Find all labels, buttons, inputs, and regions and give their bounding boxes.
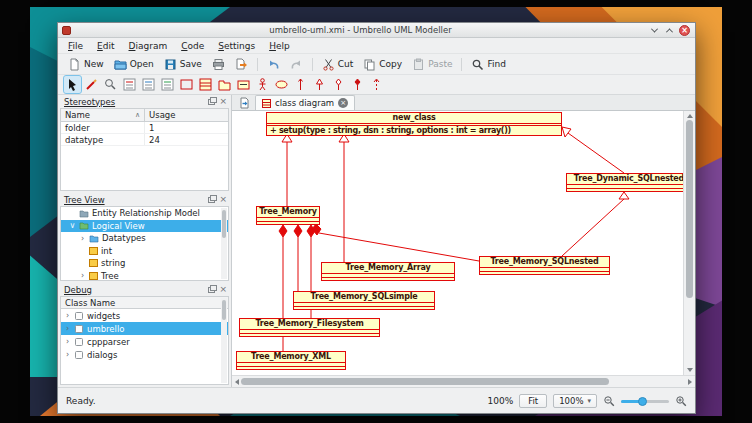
debug-dock-header[interactable]: Debug × [58, 283, 231, 296]
tool-composition[interactable] [349, 76, 366, 93]
save-button[interactable]: Save [159, 56, 207, 73]
tree-view-dock-header[interactable]: Tree View × [58, 193, 231, 206]
redo-button[interactable] [285, 56, 308, 73]
column-header-class-name[interactable]: Class Name [61, 297, 228, 309]
minimize-button[interactable] [648, 24, 661, 37]
tree-item-int[interactable]: int [61, 245, 228, 258]
uml-class-tree-memory-array[interactable]: Tree_Memory_Array [321, 262, 455, 281]
uml-class-tree-memory-sqlsimple[interactable]: Tree_Memory_SQLsimple [293, 291, 435, 310]
tool-usecase[interactable] [273, 76, 290, 93]
debug-item-umbrello[interactable]: › umbrello [61, 322, 228, 335]
menu-diagram[interactable]: Diagram [122, 39, 175, 53]
checkbox[interactable] [75, 351, 83, 359]
expander-closed-icon[interactable]: › [79, 234, 86, 243]
scroll-right-icon[interactable] [688, 379, 692, 385]
undo-button[interactable] [262, 56, 285, 73]
debug-item-widgets[interactable]: › widgets [61, 309, 228, 322]
expander-closed-icon[interactable]: › [64, 324, 71, 333]
uml-class-tree-memory-filesystem[interactable]: Tree_Memory_Filesystem [239, 318, 380, 337]
find-button[interactable]: Find [466, 56, 510, 73]
close-dock-icon[interactable]: × [219, 97, 227, 106]
uml-class-tree-dynamic-sqlnested[interactable]: Tree_Dynamic_SQLnested [566, 173, 683, 192]
tree-item-logical-view[interactable]: ∨ Logical View [61, 220, 228, 233]
tool-pen[interactable] [83, 76, 100, 93]
tool-dependency[interactable] [368, 76, 385, 93]
tool-generalization[interactable] [311, 76, 328, 93]
tree-item-string[interactable]: string [61, 257, 228, 270]
vertical-scrollbar[interactable] [683, 111, 695, 375]
zoom-in-icon[interactable] [675, 395, 687, 407]
paste-button[interactable]: Paste [407, 56, 457, 73]
scrollbar-thumb[interactable] [222, 210, 226, 238]
menu-file[interactable]: File [61, 39, 90, 53]
float-dock-icon[interactable] [208, 287, 215, 293]
tree-item-tree[interactable]: › Tree [61, 270, 228, 282]
debug-item-dialogs[interactable]: › dialogs [61, 348, 228, 361]
column-header-usage[interactable]: Usage [145, 109, 228, 121]
checkbox[interactable] [75, 338, 83, 346]
horizontal-scrollbar[interactable] [232, 375, 695, 387]
tool-box[interactable] [178, 76, 195, 93]
tree-scrollbar[interactable] [221, 208, 227, 279]
open-button[interactable]: Open [109, 56, 159, 73]
uml-class-tree-memory-sqlnested[interactable]: Tree_Memory_SQLnested [479, 256, 610, 275]
expander-open-icon[interactable]: ∨ [69, 221, 76, 230]
scroll-down-icon[interactable] [687, 368, 693, 372]
expander-closed-icon[interactable]: › [64, 311, 71, 320]
diagram-nav-button[interactable] [235, 96, 253, 110]
expander-closed-icon[interactable]: › [64, 350, 71, 359]
table-row[interactable]: folder 1 [61, 122, 228, 134]
zoom-slider[interactable] [621, 395, 669, 407]
tool-enum-list[interactable] [140, 76, 157, 93]
scrollbar-thumb[interactable] [686, 120, 693, 298]
stereotypes-dock-header[interactable]: Stereotypes × [58, 95, 231, 108]
tool-association[interactable] [292, 76, 309, 93]
tool-entity-list[interactable] [159, 76, 176, 93]
checkbox[interactable] [75, 325, 83, 333]
print-button[interactable] [207, 56, 230, 73]
tool-object[interactable] [235, 76, 252, 93]
diagram-canvas[interactable]: new_class + setup(type : string, dsn : s… [232, 111, 683, 375]
close-dock-icon[interactable]: × [219, 285, 227, 294]
menu-settings[interactable]: Settings [211, 39, 262, 53]
scrollbar-thumb[interactable] [241, 378, 609, 385]
new-button[interactable]: New [63, 56, 109, 73]
scroll-left-icon[interactable] [235, 379, 239, 385]
zoom-combo[interactable]: 100% ▾ [553, 394, 597, 408]
tool-pointer[interactable] [64, 76, 81, 93]
checkbox[interactable] [75, 312, 83, 320]
close-dock-icon[interactable]: × [219, 195, 227, 204]
slider-handle[interactable] [638, 397, 647, 406]
debug-scrollbar[interactable] [221, 298, 227, 383]
tool-actor[interactable] [254, 76, 271, 93]
tool-datatype-list[interactable] [121, 76, 138, 93]
table-row[interactable]: datatype 24 [61, 134, 228, 146]
uml-class-tree-memory-xml[interactable]: Tree_Memory_XML [236, 351, 346, 370]
scrollbar-thumb[interactable] [222, 300, 226, 320]
tool-package[interactable] [216, 76, 233, 93]
close-button[interactable]: × [678, 24, 691, 37]
menu-edit[interactable]: Edit [90, 39, 121, 53]
scroll-up-icon[interactable] [687, 114, 693, 118]
zoom-out-icon[interactable] [603, 395, 615, 407]
expander-closed-icon[interactable]: › [79, 271, 86, 280]
float-dock-icon[interactable] [208, 197, 215, 203]
tool-class[interactable] [197, 76, 214, 93]
export-button[interactable] [230, 56, 253, 73]
expander-closed-icon[interactable]: › [64, 337, 71, 346]
uml-class-new_class[interactable]: new_class + setup(type : string, dsn : s… [266, 112, 562, 136]
debug-item-cppparser[interactable]: › cppparser [61, 335, 228, 348]
menu-code[interactable]: Code [174, 39, 211, 53]
copy-button[interactable]: Copy [358, 56, 407, 73]
tool-magnifier[interactable] [102, 76, 119, 93]
float-dock-icon[interactable] [208, 99, 215, 105]
tool-aggregation[interactable] [330, 76, 347, 93]
cut-button[interactable]: Cut [317, 56, 359, 73]
menu-help[interactable]: Help [262, 39, 297, 53]
tab-close-icon[interactable]: × [338, 98, 348, 108]
tab-class-diagram[interactable]: class diagram × [255, 95, 355, 110]
tree-item-datatypes[interactable]: › Datatypes [61, 232, 228, 245]
maximize-button[interactable] [663, 24, 676, 37]
tree-item-entity-relationship-model[interactable]: Entity Relationship Model [61, 207, 228, 220]
fit-button[interactable]: Fit [519, 394, 547, 408]
